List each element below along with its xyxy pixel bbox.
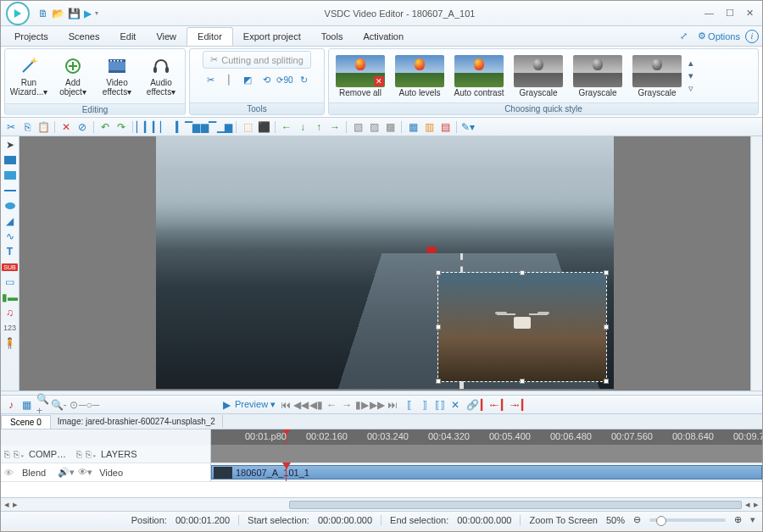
audio-effects-button[interactable]: Audio effects▾ <box>141 51 181 102</box>
resize-handle[interactable] <box>604 379 609 384</box>
resize-handle[interactable] <box>436 324 441 330</box>
undo-icon[interactable]: ↶ <box>98 120 112 134</box>
tool-split-icon[interactable]: ⎮ <box>221 72 237 87</box>
preview-play-icon[interactable]: ▶ <box>220 398 233 412</box>
forward-icon[interactable]: ▶▶ <box>370 398 384 412</box>
redo-icon[interactable]: ↷ <box>114 120 128 134</box>
close-button[interactable]: ✕ <box>743 8 757 19</box>
goto-start-icon[interactable]: ⏮ <box>279 398 292 412</box>
sub-icon[interactable]: SUB <box>3 261 17 273</box>
zoom-label[interactable]: Zoom To Screen <box>529 515 598 525</box>
paste-icon[interactable]: 📋 <box>36 120 50 134</box>
align-left-icon[interactable]: ▏▎ <box>137 120 151 134</box>
style-item[interactable]: ✕Remove all <box>332 55 388 97</box>
layer3-icon[interactable]: ▩ <box>383 120 397 134</box>
rect-icon[interactable] <box>3 154 17 166</box>
video-clip[interactable]: 180607_A_101_1 <box>211 465 762 479</box>
new-icon[interactable]: 🗎 <box>38 8 48 19</box>
info-icon[interactable]: i <box>745 30 759 43</box>
tab-scenes[interactable]: Scenes <box>58 28 110 45</box>
align-top-icon[interactable]: ▔▆ <box>186 120 199 134</box>
align-right-icon[interactable]: ▕▎ <box>170 120 183 134</box>
canvas-area[interactable] <box>19 136 750 391</box>
tool-cut-icon[interactable]: ✂ <box>203 72 218 87</box>
arrow-right-icon[interactable]: → <box>328 120 342 134</box>
align-center-h-icon[interactable]: ▎▏ <box>153 120 167 134</box>
time-ruler[interactable]: 00:01.p8000:02.16000:03.24000:04.32000:0… <box>211 429 762 445</box>
save-icon[interactable]: 💾 <box>68 8 81 19</box>
video-effects-button[interactable]: Video effects▾ <box>97 51 137 102</box>
resize-handle[interactable] <box>520 379 525 384</box>
tool-crop-icon[interactable]: ◩ <box>240 72 255 87</box>
line-icon[interactable] <box>3 185 17 197</box>
resize-handle[interactable] <box>436 270 441 275</box>
music-note-icon[interactable]: ♪ <box>4 398 18 412</box>
goto-end-icon[interactable]: ⏭ <box>386 398 399 412</box>
zoom-in-button[interactable]: ⊕ <box>734 514 742 525</box>
step-next-icon[interactable]: → <box>340 398 354 412</box>
mark-out-icon[interactable]: ⟧ <box>418 398 432 412</box>
color-icon[interactable]: ▥ <box>422 120 436 134</box>
tool-rotate-icon[interactable]: ⟲ <box>259 72 274 87</box>
cut-icon[interactable]: ✂ <box>4 120 18 134</box>
style-item[interactable]: Auto levels <box>392 55 448 97</box>
tab-editor[interactable]: Editor <box>187 27 233 46</box>
timeline-scrollbar[interactable]: ◂ ▸ ◂ ▸ <box>1 497 762 511</box>
sprite-icon[interactable]: 🧍 <box>3 337 17 349</box>
fit-height-icon[interactable]: ⬛ <box>257 120 270 134</box>
arrow-left-icon[interactable]: ← <box>280 120 293 134</box>
zoom-out-button[interactable]: ⊖ <box>633 514 641 525</box>
arrow-down-icon[interactable]: ↓ <box>296 120 309 134</box>
expand-icon[interactable]: ⤢ <box>675 30 693 42</box>
text-icon[interactable]: T <box>3 246 17 258</box>
doc-icon[interactable]: ▤ <box>438 120 452 134</box>
step-prev-icon[interactable]: ← <box>325 398 338 412</box>
styles-more[interactable]: ▴▾▿ <box>688 58 700 94</box>
trim-right-icon[interactable]: →▎ <box>513 398 526 412</box>
minimize-button[interactable]: — <box>701 8 717 19</box>
tooltip-icon[interactable]: ▭ <box>3 276 17 288</box>
app-logo[interactable] <box>6 2 30 25</box>
zoom-out-icon[interactable]: 🔍- <box>52 398 65 412</box>
zoom-slider[interactable] <box>649 518 726 522</box>
tab-projects[interactable]: Projects <box>4 28 58 45</box>
tool-refresh-icon[interactable]: ↻ <box>296 72 311 87</box>
play-icon[interactable]: ▶ <box>84 8 92 19</box>
block-icon[interactable]: ⊘ <box>75 120 89 134</box>
chart-icon[interactable]: ▮▬ <box>3 291 17 303</box>
style-item[interactable]: Auto contrast <box>451 55 507 97</box>
open-icon[interactable]: 📂 <box>52 8 64 19</box>
range-icon[interactable]: ⟦⟧ <box>433 398 447 412</box>
delete-icon[interactable]: ✕ <box>59 120 73 134</box>
zoom-slider-icon[interactable]: ─○─ <box>82 398 96 412</box>
counter-icon[interactable]: 123 <box>3 322 17 334</box>
free-icon[interactable]: ∿ <box>3 230 17 242</box>
step-fwd-icon[interactable]: ▮▶ <box>355 398 369 412</box>
tab-tools[interactable]: Tools <box>311 28 354 45</box>
trim-center-icon[interactable]: ←▎→ <box>498 398 511 412</box>
style-item[interactable]: Grayscale <box>629 55 685 97</box>
zoom-in-icon[interactable]: 🔍+ <box>36 398 50 412</box>
calendar-icon[interactable]: ▦ <box>406 120 420 134</box>
style-item[interactable]: Grayscale <box>570 55 626 97</box>
options-button[interactable]: ⚙Options <box>693 30 745 42</box>
resize-handle[interactable] <box>604 324 609 330</box>
tab-activation[interactable]: Activation <box>353 28 414 45</box>
tab-edit[interactable]: Edit <box>109 28 146 45</box>
cursor-icon[interactable]: ➤ <box>3 139 17 151</box>
right-panel-collapsed[interactable] <box>750 136 762 391</box>
align-bottom-icon[interactable]: ▁▆ <box>218 120 231 134</box>
resize-handle[interactable] <box>436 379 441 384</box>
music-icon[interactable]: ♫ <box>3 307 17 319</box>
resize-handle[interactable] <box>520 270 525 275</box>
maximize-button[interactable]: ☐ <box>722 8 738 19</box>
shape-icon[interactable]: ◢ <box>3 215 17 227</box>
tab-view[interactable]: View <box>146 28 187 45</box>
run-wizard-button[interactable]: Run Wizard...▾ <box>8 51 49 102</box>
ellipse-icon[interactable] <box>3 200 17 212</box>
scene-tab[interactable]: Scene 0 <box>1 415 51 429</box>
status-menu-icon[interactable]: ▾ <box>750 514 755 525</box>
tab-export-project[interactable]: Export project <box>233 28 311 45</box>
mark-in-icon[interactable]: ⟦ <box>403 398 416 412</box>
rect2-icon[interactable] <box>3 169 17 181</box>
